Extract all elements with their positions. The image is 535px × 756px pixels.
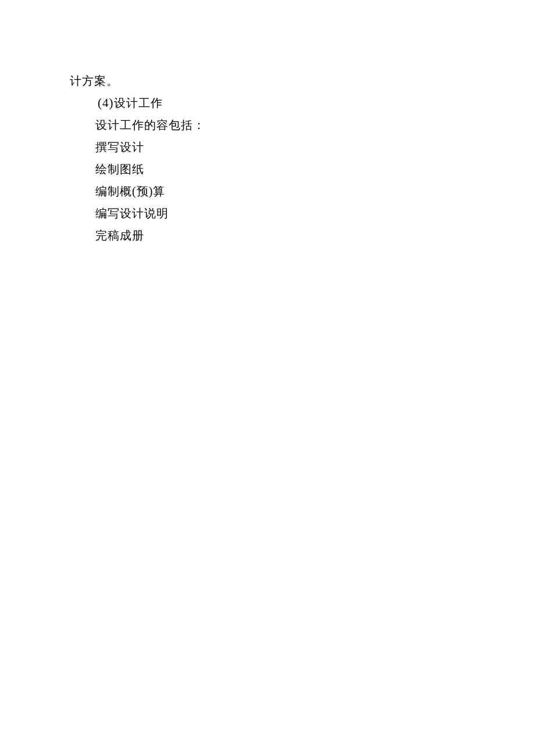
document-page: 计方案。 (4)设计工作 设计工作的容包括： 撰写设计 绘制图纸 编制概(预)算… <box>0 0 535 246</box>
text-line-7: 编写设计说明 <box>70 202 465 224</box>
text-line-5: 绘制图纸 <box>70 158 465 180</box>
text-line-1: 计方案。 <box>70 70 465 92</box>
text-line-3: 设计工作的容包括： <box>70 114 465 136</box>
heading-number: (4) <box>98 96 114 110</box>
text-line-4: 撰写设计 <box>70 136 465 158</box>
text-line-6: 编制概(预)算 <box>70 180 465 202</box>
section-heading: (4)设计工作 <box>70 92 465 114</box>
text-line-8: 完稿成册 <box>70 224 465 246</box>
heading-text: 设计工作 <box>114 96 163 109</box>
